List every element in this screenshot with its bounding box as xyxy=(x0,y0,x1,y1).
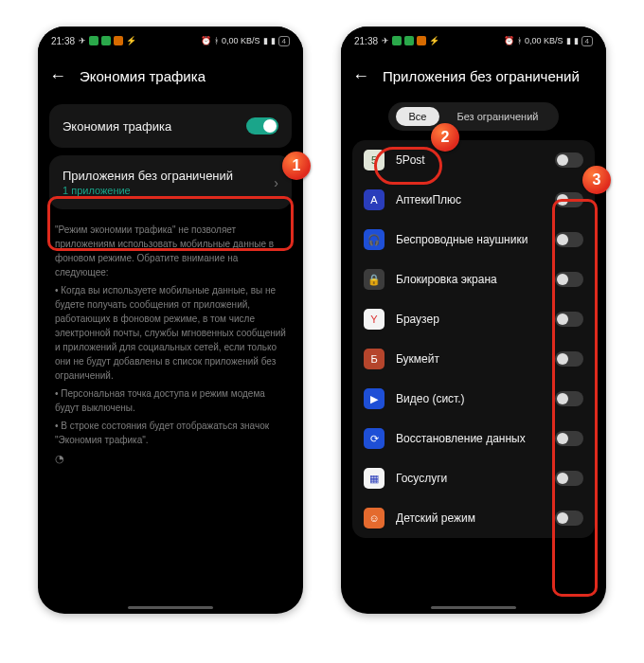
app-list: 55PostААптекиПлюс🎧Беспроводные наушники🔒… xyxy=(352,140,595,538)
status-time: 21:38 xyxy=(51,36,75,46)
status-app-icon xyxy=(404,36,414,45)
app-name: Видео (сист.) xyxy=(396,392,544,405)
signal-bars-icon: ▮ xyxy=(574,36,579,45)
tab-all[interactable]: Все xyxy=(396,107,440,126)
status-left-icons: ✈ ⚡ xyxy=(79,36,136,45)
screen-header: ← Экономия трафика xyxy=(38,55,303,97)
net-rate: 0,00 KB/S xyxy=(222,36,260,45)
app-icon: 🎧 xyxy=(364,229,385,250)
page-title: Экономия трафика xyxy=(80,68,206,84)
app-row[interactable]: ⟳Восстановление данных xyxy=(352,419,595,458)
alarm-icon: ⏰ xyxy=(504,36,514,45)
app-toggle[interactable] xyxy=(555,471,583,486)
telegram-icon: ✈ xyxy=(79,36,86,45)
app-toggle[interactable] xyxy=(555,391,583,406)
page-title: Приложения без ограничений xyxy=(383,68,580,84)
app-icon: ☺ xyxy=(364,508,385,529)
chevron-right-icon: › xyxy=(274,175,278,190)
unrestricted-apps-sub: 1 приложение xyxy=(63,185,274,196)
screen-header: ← Приложения без ограничений xyxy=(341,55,606,97)
signal-icon: ⚡ xyxy=(126,36,136,45)
battery-indicator: 4 xyxy=(581,36,593,46)
app-icon: 🔒 xyxy=(364,269,385,290)
status-app-icon xyxy=(392,36,402,45)
data-saver-toggle[interactable] xyxy=(246,117,278,134)
filter-tabs: Все Без ограничений xyxy=(388,102,559,131)
status-right-cluster: ⏰ ᚼ 0,00 KB/S ▮ ▮ 4 xyxy=(201,36,290,46)
app-name: АптекиПлюс xyxy=(396,193,544,206)
app-icon: Б xyxy=(364,349,385,369)
data-saver-status-icon: ◔ xyxy=(55,453,64,464)
signal-bars-icon: ▮ xyxy=(271,36,276,45)
app-name: 5Post xyxy=(396,153,544,167)
tab-unrestricted[interactable]: Без ограничений xyxy=(443,107,551,126)
desc-bullet: • Персональная точка доступа и режим мод… xyxy=(55,386,286,415)
app-name: Блокировка экрана xyxy=(396,273,544,286)
back-icon[interactable]: ← xyxy=(49,66,66,86)
app-toggle[interactable] xyxy=(555,192,583,207)
app-row[interactable]: ▦Госуслуги xyxy=(352,458,595,498)
app-row[interactable]: YБраузер xyxy=(352,299,595,339)
app-name: Букмейт xyxy=(396,352,544,366)
app-toggle[interactable] xyxy=(555,152,583,168)
app-icon: Y xyxy=(364,309,385,330)
app-icon: ⟳ xyxy=(364,428,385,449)
phone-screenshot-right: 21:38 ✈ ⚡ ⏰ ᚼ 0,00 KB/S ▮ ▮ 4 ← Приложен… xyxy=(341,27,606,614)
app-row[interactable]: ББукмейт xyxy=(352,339,595,379)
back-icon[interactable]: ← xyxy=(352,66,369,86)
app-toggle[interactable] xyxy=(555,272,583,287)
app-toggle[interactable] xyxy=(555,232,583,247)
signal-bars-icon: ▮ xyxy=(566,36,571,45)
data-saver-label: Экономия трафика xyxy=(63,119,246,134)
status-bar: 21:38 ✈ ⚡ ⏰ ᚼ 0,00 KB/S ▮ ▮ 4 xyxy=(38,27,303,55)
app-icon: ▶ xyxy=(364,388,385,409)
app-icon: 5 xyxy=(364,150,385,170)
app-row[interactable]: ▶Видео (сист.) xyxy=(352,379,595,419)
status-left-icons: ✈ ⚡ xyxy=(382,36,439,45)
status-app-icon xyxy=(89,36,98,45)
unrestricted-apps-label: Приложения без ограничений xyxy=(63,169,274,183)
app-icon: А xyxy=(364,189,385,210)
app-row[interactable]: 55Post xyxy=(352,140,595,180)
status-app-icon xyxy=(417,36,426,45)
description-text: "Режим экономии трафика" не позволяет пр… xyxy=(49,217,292,467)
desc-bullet: • Когда вы используете мобильные данные,… xyxy=(55,283,286,383)
status-app-icon xyxy=(101,36,111,45)
app-name: Беспроводные наушники xyxy=(396,233,544,246)
data-saver-row[interactable]: Экономия трафика xyxy=(49,104,292,148)
status-app-icon xyxy=(114,36,123,45)
alarm-icon: ⏰ xyxy=(201,36,211,45)
app-toggle[interactable] xyxy=(555,511,583,526)
status-bar: 21:38 ✈ ⚡ ⏰ ᚼ 0,00 KB/S ▮ ▮ 4 xyxy=(341,27,606,55)
bluetooth-icon: ᚼ xyxy=(214,36,219,45)
app-name: Детский режим xyxy=(396,511,544,525)
unrestricted-apps-row[interactable]: Приложения без ограничений 1 приложение … xyxy=(49,155,292,209)
app-row[interactable]: 🔒Блокировка экрана xyxy=(352,260,595,299)
app-toggle[interactable] xyxy=(555,431,583,446)
signal-icon: ⚡ xyxy=(429,36,439,45)
app-icon: ▦ xyxy=(364,468,385,489)
telegram-icon: ✈ xyxy=(382,36,389,45)
app-row[interactable]: ☺Детский режим xyxy=(352,498,595,538)
desc-bullet: • В строке состояния будет отображаться … xyxy=(55,419,286,447)
battery-indicator: 4 xyxy=(278,36,290,46)
signal-bars-icon: ▮ xyxy=(263,36,268,45)
bluetooth-icon: ᚼ xyxy=(517,36,522,45)
status-time: 21:38 xyxy=(354,36,378,46)
app-name: Браузер xyxy=(396,313,544,326)
app-toggle[interactable] xyxy=(555,312,583,327)
app-row[interactable]: ААптекиПлюс xyxy=(352,180,595,220)
app-name: Восстановление данных xyxy=(396,432,544,445)
status-right-cluster: ⏰ ᚼ 0,00 KB/S ▮ ▮ 4 xyxy=(504,36,593,46)
phone-screenshot-left: 21:38 ✈ ⚡ ⏰ ᚼ 0,00 KB/S ▮ ▮ 4 ← Экономия… xyxy=(38,27,303,614)
app-toggle[interactable] xyxy=(555,351,583,367)
app-name: Госуслуги xyxy=(396,472,544,485)
nav-gesture-bar xyxy=(128,606,213,609)
net-rate: 0,00 KB/S xyxy=(525,36,564,45)
desc-intro: "Режим экономии трафика" не позволяет пр… xyxy=(55,223,286,279)
nav-gesture-bar xyxy=(431,606,516,609)
app-row[interactable]: 🎧Беспроводные наушники xyxy=(352,220,595,260)
